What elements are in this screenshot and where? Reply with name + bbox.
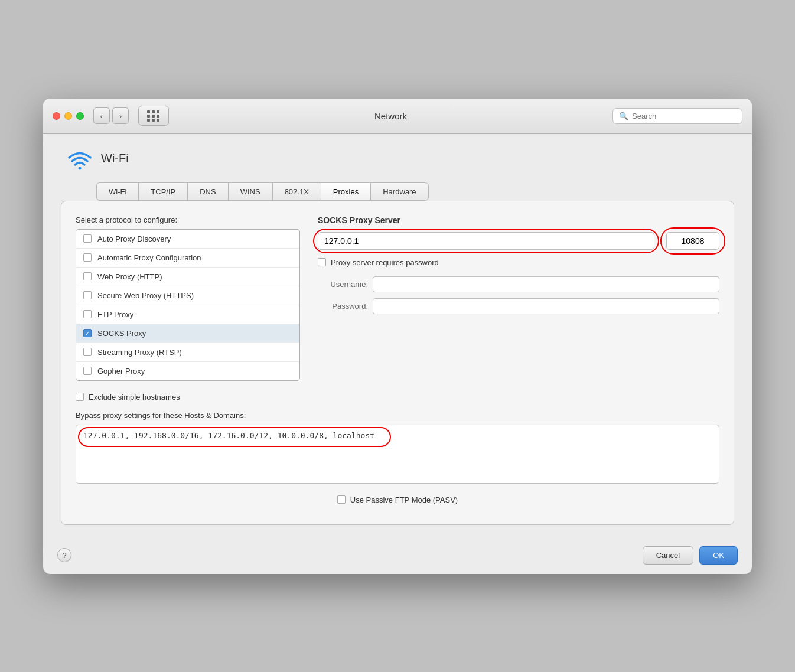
protocol-label: Select a protocol to configure: bbox=[76, 216, 300, 224]
protocol-item-auto-proxy-config[interactable]: Automatic Proxy Configuration bbox=[76, 249, 299, 268]
server-row: : bbox=[318, 232, 719, 250]
tab-bar: Wi-Fi TCP/IP DNS WINS 802.1X Proxies Har… bbox=[61, 182, 734, 201]
forward-button[interactable]: › bbox=[112, 107, 129, 124]
footer-buttons: Cancel OK bbox=[643, 546, 738, 565]
requires-password-label: Proxy server requires password bbox=[331, 258, 439, 267]
footer: ? Cancel OK bbox=[43, 537, 752, 574]
username-label: Username: bbox=[318, 280, 368, 289]
pasv-label: Use Passive FTP Mode (PASV) bbox=[350, 495, 458, 504]
main-panel: Select a protocol to configure: Auto Pro… bbox=[61, 201, 734, 525]
checkbox-exclude-hostnames[interactable] bbox=[76, 393, 84, 401]
minimize-button[interactable] bbox=[64, 112, 72, 120]
tab-hardware[interactable]: Hardware bbox=[370, 182, 428, 201]
bypass-textarea-wrapper: 127.0.0.1, 192.168.0.0/16, 172.16.0.0/12… bbox=[76, 425, 719, 484]
server-port-input[interactable] bbox=[666, 232, 719, 250]
protocol-item-ftp-proxy[interactable]: FTP Proxy bbox=[76, 305, 299, 324]
tab-wins[interactable]: WINS bbox=[228, 182, 272, 201]
checkbox-socks-proxy[interactable]: ✓ bbox=[83, 329, 92, 337]
tab-tcpip[interactable]: TCP/IP bbox=[138, 182, 187, 201]
checkbox-gopher-proxy[interactable] bbox=[83, 367, 92, 375]
checkbox-streaming-proxy[interactable] bbox=[83, 348, 92, 356]
content-area: Wi-Fi Wi-Fi TCP/IP DNS WINS 802.1X Proxi… bbox=[43, 134, 752, 537]
protocol-list: Auto Proxy Discovery Automatic Proxy Con… bbox=[76, 229, 300, 381]
checkbox-secure-web-proxy[interactable] bbox=[83, 291, 92, 299]
nav-buttons: ‹ › bbox=[93, 107, 129, 124]
wifi-label: Wi-Fi bbox=[101, 152, 129, 165]
protocol-item-secure-web-proxy[interactable]: Secure Web Proxy (HTTPS) bbox=[76, 286, 299, 305]
password-row: Proxy server requires password bbox=[318, 258, 719, 267]
label-web-proxy-http: Web Proxy (HTTP) bbox=[97, 272, 162, 281]
tab-proxies[interactable]: Proxies bbox=[321, 182, 370, 201]
server-ip-input[interactable] bbox=[318, 232, 654, 250]
search-bar[interactable]: 🔍 bbox=[612, 108, 742, 124]
label-ftp-proxy: FTP Proxy bbox=[97, 310, 133, 319]
exclude-label: Exclude simple hostnames bbox=[89, 393, 180, 402]
label-secure-web-proxy: Secure Web Proxy (HTTPS) bbox=[97, 291, 194, 300]
svg-point-0 bbox=[79, 167, 82, 169]
tab-wifi[interactable]: Wi-Fi bbox=[96, 182, 138, 201]
network-window: ‹ › Network 🔍 bbox=[43, 99, 752, 574]
search-input[interactable] bbox=[632, 112, 736, 120]
checkbox-web-proxy-http[interactable] bbox=[83, 272, 92, 280]
checkbox-ftp-proxy[interactable] bbox=[83, 310, 92, 318]
wifi-header: Wi-Fi bbox=[61, 146, 734, 172]
back-button[interactable]: ‹ bbox=[93, 107, 110, 124]
username-input[interactable] bbox=[373, 276, 719, 292]
checkbox-auto-proxy-config[interactable] bbox=[83, 253, 92, 262]
socks-server-section: SOCKS Proxy Server : bbox=[318, 216, 719, 381]
panel-inner: Select a protocol to configure: Auto Pro… bbox=[76, 216, 719, 381]
traffic-lights bbox=[53, 112, 84, 120]
bypass-textarea[interactable]: 127.0.0.1, 192.168.0.0/16, 172.16.0.0/12… bbox=[76, 425, 719, 484]
username-row: Username: bbox=[318, 276, 719, 292]
tab-8021x[interactable]: 802.1X bbox=[272, 182, 321, 201]
wifi-icon bbox=[67, 146, 93, 172]
label-auto-proxy: Auto Proxy Discovery bbox=[97, 234, 171, 243]
bottom-section: Exclude simple hostnames Bypass proxy se… bbox=[76, 393, 719, 504]
grid-view-button[interactable] bbox=[138, 106, 169, 126]
bypass-label: Bypass proxy settings for these Hosts & … bbox=[76, 411, 719, 420]
label-socks-proxy: SOCKS Proxy bbox=[97, 329, 146, 338]
server-ip-wrapper bbox=[318, 232, 654, 250]
exclude-row: Exclude simple hostnames bbox=[76, 393, 719, 402]
label-streaming-proxy: Streaming Proxy (RTSP) bbox=[97, 348, 182, 357]
close-button[interactable] bbox=[53, 112, 60, 120]
label-gopher-proxy: Gopher Proxy bbox=[97, 367, 145, 376]
pasv-row: Use Passive FTP Mode (PASV) bbox=[76, 495, 719, 504]
checkbox-auto-proxy[interactable] bbox=[83, 234, 92, 243]
protocol-item-gopher-proxy[interactable]: Gopher Proxy bbox=[76, 362, 299, 380]
ok-button[interactable]: OK bbox=[699, 546, 738, 565]
label-auto-proxy-config: Automatic Proxy Configuration bbox=[97, 253, 201, 262]
password-label: Password: bbox=[318, 302, 368, 311]
password-input[interactable] bbox=[373, 298, 719, 314]
socks-server-title: SOCKS Proxy Server bbox=[318, 216, 719, 225]
protocol-item-auto-proxy-discovery[interactable]: Auto Proxy Discovery bbox=[76, 230, 299, 249]
protocol-item-socks-proxy[interactable]: ➡ ✓ SOCKS Proxy bbox=[76, 324, 299, 343]
window-title: Network bbox=[176, 111, 605, 121]
protocol-item-streaming-proxy[interactable]: Streaming Proxy (RTSP) bbox=[76, 343, 299, 362]
checkbox-requires-password[interactable] bbox=[318, 258, 326, 266]
cancel-button[interactable]: Cancel bbox=[643, 546, 693, 565]
colon-separator: : bbox=[659, 236, 662, 246]
protocol-section: Select a protocol to configure: Auto Pro… bbox=[76, 216, 300, 381]
help-button[interactable]: ? bbox=[57, 548, 71, 562]
search-icon: 🔍 bbox=[619, 112, 628, 120]
protocol-item-web-proxy-http[interactable]: Web Proxy (HTTP) bbox=[76, 268, 299, 286]
checkbox-pasv[interactable] bbox=[337, 495, 346, 504]
password-field-row: Password: bbox=[318, 298, 719, 314]
server-port-wrapper bbox=[666, 232, 719, 250]
titlebar: ‹ › Network 🔍 bbox=[43, 99, 752, 134]
grid-icon bbox=[147, 110, 160, 122]
tab-dns[interactable]: DNS bbox=[187, 182, 227, 201]
maximize-button[interactable] bbox=[76, 112, 84, 120]
